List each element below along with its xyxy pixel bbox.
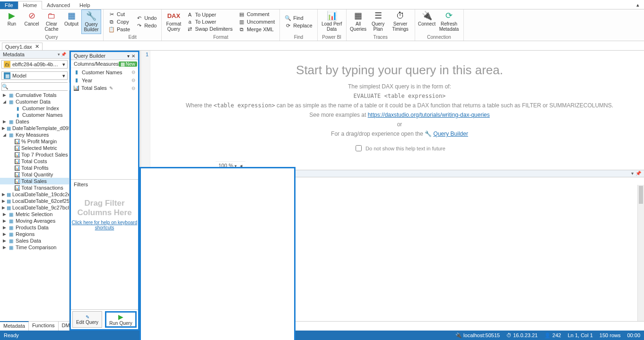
tab-advanced[interactable]: Advanced [42,1,75,9]
tree-node[interactable]: ▶▦Time Comparison [0,244,69,251]
all-queries-button[interactable]: ▦All Queries [348,9,368,34]
table-row[interactable]: Medline2014$821,741.60 [140,254,250,261]
table-row[interactable]: 21st Ltd2014$664,318.40 [140,242,250,248]
format-query-button[interactable]: DAXFormat Query [164,9,183,34]
run-query-button[interactable]: ▶Run Query [105,311,137,328]
new-measure-button[interactable]: ▦ New [119,61,137,67]
connect-button[interactable]: 🔌Connect [417,9,437,34]
table-row[interactable]: Eminence Corp2014$612,138.80 [140,292,250,298]
query-editor[interactable]: 1 Start by typing your query in this are… [140,51,644,170]
swap-delim-button[interactable]: ⇄Swap Delimiters [185,26,234,33]
open-query-builder-link[interactable]: Query Builder [434,131,468,137]
table-row[interactable]: Linde2014$739,425.40 [140,267,250,273]
column-header[interactable]: Year [189,177,208,185]
table-row[interactable]: Procter Corp2014$539,088.70 [140,210,250,217]
collapse-ribbon[interactable]: ▴ [632,1,644,9]
remove-icon[interactable]: ⊖ [131,78,135,83]
redo-button[interactable]: ↷Redo [134,22,158,29]
tree-node[interactable]: ▶▦Dates [0,118,69,125]
load-perf-button[interactable]: 📊Load Perf Data [320,9,344,34]
table-row[interactable]: Pacific Ltd2014$551,972.80 [140,305,250,311]
database-combo[interactable]: 🗀ebffc284-a09b-4b2d-a1b8-▾ [1,60,68,69]
uncomment-button[interactable]: ▥Uncomment [237,18,276,26]
tree-node[interactable]: 📊Total Quantity [0,171,69,178]
tree-node[interactable]: ▶▦Metric Selection [0,211,69,218]
tree-node[interactable]: ◢▦Customer Data [0,98,69,105]
column-header[interactable]: Customer Names [140,177,189,185]
table-row[interactable]: PEDIFIX, Corp2014$518,720.70 [140,217,250,223]
tab-file[interactable]: File [0,1,18,9]
table-row[interactable]: Elorac, Corp2014$744,108.70 [140,198,250,204]
qb-item[interactable]: ▮Year⊖ [71,76,138,84]
table-row[interactable]: Pure Group2014$1,294,976.00 [140,286,250,292]
find-button[interactable]: 🔍Find [283,15,313,22]
tree-node[interactable]: 📊Total Profits [0,165,69,171]
tree-node[interactable]: ▶▦Sales Data [0,237,69,244]
remove-icon[interactable]: ⊖ [131,86,135,91]
run-button[interactable]: ▶Run [2,9,22,34]
tree-node[interactable]: 📊% Profit Margin [0,138,69,145]
edit-query-button[interactable]: ✎Edit Query [72,311,102,328]
tab-help[interactable]: Help [75,1,95,9]
merge-xml-button[interactable]: ⧉Merge XML [237,26,276,33]
replace-button[interactable]: ⟳Replace [283,22,313,29]
tree-node[interactable]: 📊Top 7 Product Sales [0,151,69,158]
qb-item[interactable]: 📊Total Sales✎⊖ [71,84,138,92]
tab-output[interactable]: Output [140,322,166,331]
tree-node[interactable]: ▶▦Regions [0,231,69,237]
to-lower-button[interactable]: aTo Lower [185,18,234,25]
pin-icon[interactable]: ▾ [58,52,60,57]
refresh-metadata-button[interactable]: ⟳Refresh Metadata [437,9,461,34]
to-upper-button[interactable]: ATo Upper [185,11,234,18]
server-timings-button[interactable]: ⏱Server Timings [388,9,413,34]
tree-node[interactable]: ▶▦LocalDateTable_62cef255-0 [0,198,69,204]
tree-node[interactable]: ▶▦LocalDateTable_9c27bc84- [0,204,69,211]
tab-functions[interactable]: Functions [29,322,59,331]
edit-icon[interactable]: ✎ [109,86,113,91]
query-builder-button[interactable]: 🔧Query Builder [81,9,101,34]
hide-help-checkbox[interactable] [356,145,362,151]
metadata-tree[interactable]: ▶▦Cumulative Totals◢▦Customer Data▮Custo… [0,92,69,321]
cancel-button[interactable]: ⊘Cancel [22,9,42,34]
results-grid[interactable]: Customer NamesYearTotal SalesAvon Corp20… [140,177,250,317]
table-row[interactable]: Ei2014$802,854.30 [140,235,250,242]
tree-node[interactable]: 📊Total Transactions [0,184,69,191]
table-row[interactable]: Apollo Ltd2014$917,216.60 [140,248,250,254]
scrollbar[interactable] [637,185,644,321]
table-row[interactable]: Ole Group2014$946,361.60 [140,261,250,267]
table-row[interactable]: Medsep Group2014$718,266.80 [140,229,250,235]
tree-node[interactable]: ▶▦DateTableTemplate_d095fb [0,125,69,131]
tab-results[interactable]: Results [166,321,193,331]
tree-node[interactable]: 📊Selected Metric [0,145,69,151]
tree-node[interactable]: ▮Customer Index [0,105,69,112]
model-combo[interactable]: ▦Model▾ [1,71,68,80]
tutorials-link[interactable]: https://daxstudio.org/tutorials/writing-… [368,112,490,118]
cut-button[interactable]: ✂Cut [107,11,131,18]
qb-item[interactable]: ▮Customer Names⊖ [71,68,138,76]
table-row[interactable]: New Ltd2014$506,144.80 [140,223,250,229]
tree-node[interactable]: ▶▦LocalDateTable_19cdc2e1- [0,191,69,198]
table-row[interactable]: 3LAB, Ltd2014$490,044.70 [140,279,250,286]
column-header[interactable]: Total Sales [209,177,250,185]
table-row[interactable]: WakeFern2014$410,127.10 [140,192,250,198]
zoom-display[interactable]: 100 % ▾ ◂ [216,161,245,170]
metadata-search[interactable]: 🔍 [1,82,68,91]
table-row[interactable]: ETUDE Ltd2014$845,117.90 [140,204,250,210]
tab-query-history[interactable]: Query History [193,322,235,331]
search-input[interactable] [9,83,76,90]
filters-drop-zone[interactable]: Drag Filter Columns Here Click here for … [71,189,138,309]
tree-node[interactable]: ▶▦Products Data [0,224,69,231]
comment-button[interactable]: ▤Comment [237,11,276,18]
tree-node[interactable]: ▮Customer Names [0,112,69,118]
tab-metadata[interactable]: Metadata [0,321,29,331]
clear-cache-button[interactable]: 🗀Clear Cache [42,9,61,34]
tree-node[interactable]: 📊Total Sales [0,178,69,184]
close-icon[interactable]: ✕ [35,44,39,50]
tree-node[interactable]: ◢▦Key Measures [0,131,69,138]
undo-button[interactable]: ↶Undo [134,15,158,22]
table-row[interactable]: Qualitest2014$764,811.70 [140,298,250,305]
output-button[interactable]: ▦Output [61,9,81,34]
query-plan-button[interactable]: ☰Query Plan [368,9,388,34]
tab-home[interactable]: Home [18,1,42,9]
copy-button[interactable]: ⧉Copy [107,18,131,26]
